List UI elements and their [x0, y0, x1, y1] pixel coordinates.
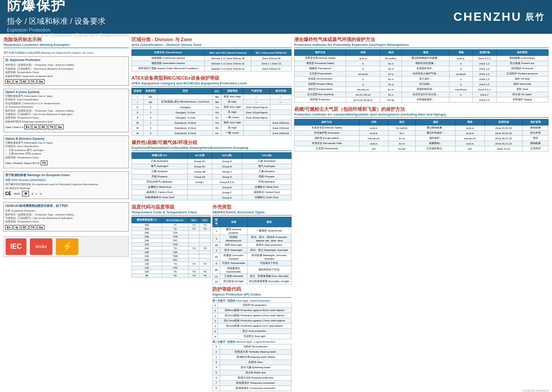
table-cell: 6	[213, 334, 218, 339]
table-cell	[199, 251, 211, 254]
table-row: 12工业级 Industrial防尘、防液体滴漏 Dust, drip-tigh…	[213, 274, 292, 279]
table-cell: 防水、防尘、防结冰 Protection against rain, sleet…	[247, 235, 291, 243]
grp-col2: IEC分类	[187, 153, 212, 159]
table-cell: Gb	[213, 110, 221, 115]
table-cell: Division 1 or Zone 0/Zone 30	[205, 56, 251, 61]
table-cell	[187, 195, 212, 200]
table-cell: Mb	[213, 100, 221, 105]
table-cell: Ex ia	[388, 141, 416, 146]
table-cell: 一般场所 General use	[247, 227, 291, 235]
temp-col4: CEC	[199, 217, 211, 223]
section5-title-en: Temperature Code & Temperature Class	[132, 210, 211, 214]
table-cell: Zone 2(Gas/Vapor)	[243, 115, 270, 120]
logo-en: CHENZHU	[453, 10, 522, 24]
temp-col1: 最高表面温度(°C)	[132, 217, 162, 223]
atex-table: 设备组 设备类型 适用 EPL 危险等级 气体区域 粉尘区域 IM1Ma很高 V…	[132, 88, 292, 136]
table-cell: Division 1 or Zone 1/Zone 31	[205, 61, 251, 66]
nema-col3: 描述	[247, 217, 291, 227]
table-cell: 很高 Very High	[221, 94, 243, 100]
section1-title-zh: 危险场所标志示例	[3, 36, 129, 43]
table-cell: Da	[213, 120, 221, 125]
table-cell: 6P	[213, 266, 220, 274]
table-cell: 限制能量 Limit energy	[496, 56, 548, 61]
table-cell: 在正常运行中无火花...	[402, 92, 449, 97]
table-cell	[158, 94, 213, 100]
table-cell: 光学保护 Optical	[496, 97, 548, 103]
section3: ATEX设备类型和IEC/IECEx设备保护等级 ATEX Equipment …	[132, 75, 292, 136]
ip-second-table: 0无防护 No protection1防垂直水滴 Vertically drip…	[212, 344, 292, 391]
table-cell: 防雨水 Rain	[220, 360, 291, 365]
table-cell: 2	[143, 125, 157, 131]
section4-title-en: Explosive/Flammable/Combustible Atmosphe…	[132, 146, 292, 150]
atex-logo: ⚡	[56, 238, 78, 255]
iecex-diagram: 注: Explosion Protection 保护型式（监测安全型）: Pro…	[3, 56, 129, 86]
table-row: 215T2D	[132, 243, 211, 247]
dp-col4: 描述	[416, 119, 456, 125]
table-row: 3防风雨 Weatherproof防水、防尘、防结冰 Protection ag…	[213, 235, 292, 243]
dp-col7: 保护原理	[523, 119, 549, 125]
table-cell: T2B	[162, 235, 188, 239]
table-row: 甲烷(天然气) MethaneGroup IGroup E,F,G甲烷 Meth…	[132, 180, 292, 185]
table-cell: M1	[143, 94, 157, 100]
cenelec-title: CENELEC标准需遵照如图所示标准，如下列示	[5, 204, 127, 208]
table-cell: 通过限制能量...	[416, 125, 456, 131]
section3-header: ATEX设备类型和IEC/IECEx设备保护等级 ATEX Equipment …	[132, 75, 292, 87]
table-cell	[189, 251, 199, 254]
nema-ip-section: 外壳类型 NEMA/CSA/UL Enclosure Types 型号 名称 描…	[212, 204, 292, 391]
table-cell: 丙烷 Propane	[242, 174, 291, 180]
atex-col5: 危险等级	[221, 88, 243, 94]
table-cell: Ex p	[380, 71, 402, 77]
dust-protection-table: 保护方法 代码 标识 描述 等级 适用区域 保护原理 本质安全型 Intrins…	[294, 119, 549, 151]
temp-table: 最高表面温度(°C) IEC/CENELEC NEC CEC 450T1T1T1…	[132, 217, 211, 278]
table-cell: Ga	[213, 105, 221, 110]
table-row: 乙炔 AcetyleneGroup IICGroup A乙炔 Acetylene	[132, 159, 292, 164]
table-row: 2防倾斜水滴 Dripping water (tilted)	[213, 354, 292, 360]
table-cell: Dust(dust), D-Dust	[158, 131, 213, 136]
table-cell: 高 High	[221, 110, 243, 115]
table-cell: 防尘 Dust protection	[218, 329, 291, 334]
table-cell: —	[243, 94, 270, 100]
table-cell: 1	[213, 349, 220, 354]
table-cell	[270, 110, 292, 115]
left-column: 危险场所标志示例 Hazardous Locations Marking Exa…	[3, 36, 129, 389]
table-cell: 无防护 No protection	[218, 303, 291, 308]
table-cell: 0	[213, 344, 220, 349]
table-cell: 氢气 Hydrogen	[132, 164, 188, 169]
table-cell: Db	[213, 125, 221, 131]
table-cell: Ex t	[388, 131, 416, 136]
table-cell: Ex o	[380, 77, 402, 82]
table-cell: T6	[189, 274, 199, 278]
table-cell: 碳基粉尘 Carbon Dust	[132, 190, 188, 195]
table-cell: T3	[189, 247, 199, 251]
table-cell: 完全防尘 Dust tight	[218, 334, 291, 339]
table-cell: 充砂型 Powder Filling	[295, 82, 346, 87]
table-cell: 防腐蚀 Corrosion resistant	[220, 253, 247, 261]
table-row: 无火花型 Non-sparkingnA,nC,nR,nZEx n在正常运行中无火…	[295, 92, 549, 97]
table-cell	[199, 235, 211, 239]
table-cell: 5	[213, 370, 220, 375]
table-cell	[187, 185, 212, 190]
table-cell	[449, 97, 473, 103]
table-cell: Zone 0(Gas/Vapor)	[243, 105, 270, 110]
table-cell: M2	[143, 100, 157, 105]
section8-title-zh: 潜在爆炸性气体或蒸气环境的保护方法	[294, 36, 549, 43]
table-cell: 矿井(地面),煤尘 Mine(Surface), Coal Dust	[158, 100, 213, 105]
col-classification: 分类方法 Classification	[132, 50, 205, 56]
table-cell: II	[132, 110, 144, 115]
table-cell: T4A	[162, 266, 188, 270]
temp-col3: NEC	[189, 217, 199, 223]
ex-box: Ex	[5, 79, 13, 84]
table-cell: Group IIC	[187, 164, 212, 169]
table-cell: T4	[199, 262, 211, 266]
table-cell: 165	[132, 254, 162, 258]
table-cell: 乙烯 Ethylene	[132, 169, 188, 174]
atex-col6: 气体区域	[243, 88, 270, 94]
ip-second-label: 第二位数字 - 防液体 Second digit - Liquid Protec…	[212, 340, 292, 344]
table-cell: 防强力水柱 Powerful water jets	[220, 375, 291, 380]
table-cell: T5	[199, 270, 211, 274]
table-cell: 160	[132, 258, 162, 262]
cenelec-note: 注意: Explosion Protection	[5, 209, 127, 212]
table-cell: Group G	[212, 195, 242, 200]
table-cell: ta,tb,tc	[456, 131, 485, 136]
table-cell: 封闭保护 Enclosed	[496, 66, 548, 71]
